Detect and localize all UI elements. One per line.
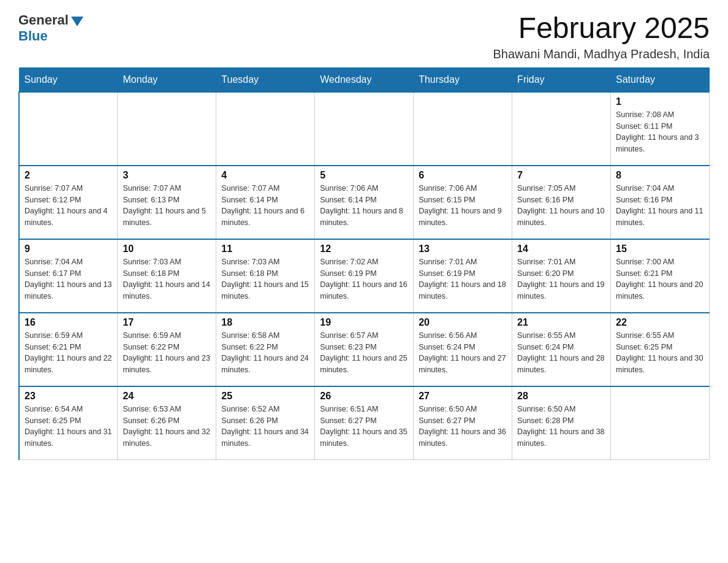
calendar-day-cell bbox=[118, 92, 216, 166]
calendar-week-row: 2Sunrise: 7:07 AM Sunset: 6:12 PM Daylig… bbox=[19, 166, 710, 239]
day-number: 12 bbox=[320, 243, 408, 255]
day-number: 8 bbox=[616, 170, 704, 181]
day-number: 27 bbox=[419, 391, 507, 402]
page-header: General Blue February 2025 Bhawani Mandi… bbox=[18, 12, 710, 61]
day-info: Sunrise: 6:55 AM Sunset: 6:24 PM Dayligh… bbox=[517, 330, 605, 376]
logo: General Blue bbox=[18, 12, 83, 44]
calendar-day-cell: 19Sunrise: 6:57 AM Sunset: 6:23 PM Dayli… bbox=[315, 313, 414, 386]
calendar-day-cell: 27Sunrise: 6:50 AM Sunset: 6:27 PM Dayli… bbox=[414, 386, 512, 460]
day-number: 20 bbox=[419, 317, 507, 328]
title-block: February 2025 Bhawani Mandi, Madhya Prad… bbox=[493, 12, 710, 61]
day-info: Sunrise: 6:57 AM Sunset: 6:23 PM Dayligh… bbox=[320, 330, 408, 376]
day-info: Sunrise: 6:51 AM Sunset: 6:27 PM Dayligh… bbox=[320, 404, 408, 450]
day-number: 28 bbox=[517, 391, 605, 402]
day-info: Sunrise: 6:59 AM Sunset: 6:21 PM Dayligh… bbox=[25, 330, 112, 376]
day-info: Sunrise: 7:08 AM Sunset: 6:11 PM Dayligh… bbox=[616, 109, 704, 155]
day-info: Sunrise: 7:04 AM Sunset: 6:16 PM Dayligh… bbox=[616, 183, 704, 229]
day-number: 7 bbox=[517, 170, 605, 181]
calendar-day-cell: 18Sunrise: 6:58 AM Sunset: 6:22 PM Dayli… bbox=[216, 313, 315, 386]
day-number: 18 bbox=[221, 317, 309, 328]
day-info: Sunrise: 6:50 AM Sunset: 6:28 PM Dayligh… bbox=[517, 404, 605, 450]
day-info: Sunrise: 7:04 AM Sunset: 6:17 PM Dayligh… bbox=[25, 256, 112, 302]
day-number: 1 bbox=[616, 96, 704, 107]
logo-general-text: General bbox=[18, 12, 69, 28]
day-number: 16 bbox=[25, 317, 112, 328]
calendar-day-cell: 6Sunrise: 7:06 AM Sunset: 6:15 PM Daylig… bbox=[414, 166, 512, 239]
day-info: Sunrise: 6:54 AM Sunset: 6:25 PM Dayligh… bbox=[25, 404, 112, 450]
calendar-day-cell: 25Sunrise: 6:52 AM Sunset: 6:26 PM Dayli… bbox=[216, 386, 315, 460]
day-number: 24 bbox=[123, 391, 211, 402]
day-number: 19 bbox=[320, 317, 408, 328]
day-number: 10 bbox=[123, 243, 211, 255]
calendar-day-cell bbox=[414, 92, 512, 166]
calendar-day-cell: 3Sunrise: 7:07 AM Sunset: 6:13 PM Daylig… bbox=[118, 166, 216, 239]
day-info: Sunrise: 7:05 AM Sunset: 6:16 PM Dayligh… bbox=[517, 183, 605, 229]
calendar-day-cell: 16Sunrise: 6:59 AM Sunset: 6:21 PM Dayli… bbox=[19, 313, 118, 386]
day-number: 11 bbox=[221, 243, 309, 255]
day-info: Sunrise: 7:06 AM Sunset: 6:15 PM Dayligh… bbox=[419, 183, 507, 229]
calendar-day-cell: 4Sunrise: 7:07 AM Sunset: 6:14 PM Daylig… bbox=[216, 166, 315, 239]
day-number: 15 bbox=[616, 243, 704, 255]
day-info: Sunrise: 7:07 AM Sunset: 6:13 PM Dayligh… bbox=[123, 183, 211, 229]
calendar-day-cell: 8Sunrise: 7:04 AM Sunset: 6:16 PM Daylig… bbox=[611, 166, 710, 239]
day-info: Sunrise: 6:56 AM Sunset: 6:24 PM Dayligh… bbox=[419, 330, 507, 376]
calendar-subtitle: Bhawani Mandi, Madhya Pradesh, India bbox=[493, 47, 710, 61]
day-number: 3 bbox=[123, 170, 211, 181]
day-number: 13 bbox=[419, 243, 507, 255]
day-info: Sunrise: 6:52 AM Sunset: 6:26 PM Dayligh… bbox=[221, 404, 309, 450]
day-info: Sunrise: 7:01 AM Sunset: 6:19 PM Dayligh… bbox=[419, 256, 507, 302]
calendar-day-cell bbox=[611, 386, 710, 460]
calendar-day-cell: 5Sunrise: 7:06 AM Sunset: 6:14 PM Daylig… bbox=[315, 166, 414, 239]
day-info: Sunrise: 6:59 AM Sunset: 6:22 PM Dayligh… bbox=[123, 330, 211, 376]
day-info: Sunrise: 6:53 AM Sunset: 6:26 PM Dayligh… bbox=[123, 404, 211, 450]
calendar-day-cell bbox=[315, 92, 414, 166]
calendar-day-cell: 28Sunrise: 6:50 AM Sunset: 6:28 PM Dayli… bbox=[512, 386, 611, 460]
day-number: 23 bbox=[25, 391, 112, 402]
calendar-day-cell: 12Sunrise: 7:02 AM Sunset: 6:19 PM Dayli… bbox=[315, 239, 414, 313]
day-header-thursday: Thursday bbox=[414, 67, 512, 92]
day-number: 5 bbox=[320, 170, 408, 181]
day-info: Sunrise: 7:07 AM Sunset: 6:14 PM Dayligh… bbox=[221, 183, 309, 229]
calendar-title: February 2025 bbox=[493, 12, 710, 45]
day-info: Sunrise: 6:58 AM Sunset: 6:22 PM Dayligh… bbox=[221, 330, 309, 376]
calendar-day-cell bbox=[216, 92, 315, 166]
calendar-header-row: SundayMondayTuesdayWednesdayThursdayFrid… bbox=[19, 67, 710, 92]
day-info: Sunrise: 7:01 AM Sunset: 6:20 PM Dayligh… bbox=[517, 256, 605, 302]
day-number: 17 bbox=[123, 317, 211, 328]
calendar-day-cell: 23Sunrise: 6:54 AM Sunset: 6:25 PM Dayli… bbox=[19, 386, 118, 460]
day-number: 4 bbox=[221, 170, 309, 181]
calendar-day-cell: 24Sunrise: 6:53 AM Sunset: 6:26 PM Dayli… bbox=[118, 386, 216, 460]
day-info: Sunrise: 6:50 AM Sunset: 6:27 PM Dayligh… bbox=[419, 404, 507, 450]
day-number: 21 bbox=[517, 317, 605, 328]
day-info: Sunrise: 7:02 AM Sunset: 6:19 PM Dayligh… bbox=[320, 256, 408, 302]
calendar-day-cell: 11Sunrise: 7:03 AM Sunset: 6:18 PM Dayli… bbox=[216, 239, 315, 313]
calendar-day-cell: 17Sunrise: 6:59 AM Sunset: 6:22 PM Dayli… bbox=[118, 313, 216, 386]
calendar-week-row: 1Sunrise: 7:08 AM Sunset: 6:11 PM Daylig… bbox=[19, 92, 710, 166]
day-info: Sunrise: 7:03 AM Sunset: 6:18 PM Dayligh… bbox=[221, 256, 309, 302]
calendar-day-cell bbox=[19, 92, 118, 166]
day-header-saturday: Saturday bbox=[611, 67, 710, 92]
day-number: 2 bbox=[25, 170, 112, 181]
day-number: 6 bbox=[419, 170, 507, 181]
day-info: Sunrise: 7:00 AM Sunset: 6:21 PM Dayligh… bbox=[616, 256, 704, 302]
calendar-day-cell: 21Sunrise: 6:55 AM Sunset: 6:24 PM Dayli… bbox=[512, 313, 611, 386]
day-header-monday: Monday bbox=[118, 67, 216, 92]
calendar-day-cell: 2Sunrise: 7:07 AM Sunset: 6:12 PM Daylig… bbox=[19, 166, 118, 239]
day-number: 26 bbox=[320, 391, 408, 402]
calendar-week-row: 23Sunrise: 6:54 AM Sunset: 6:25 PM Dayli… bbox=[19, 386, 710, 460]
calendar-week-row: 16Sunrise: 6:59 AM Sunset: 6:21 PM Dayli… bbox=[19, 313, 710, 386]
calendar-day-cell bbox=[512, 92, 611, 166]
calendar-week-row: 9Sunrise: 7:04 AM Sunset: 6:17 PM Daylig… bbox=[19, 239, 710, 313]
calendar-day-cell: 15Sunrise: 7:00 AM Sunset: 6:21 PM Dayli… bbox=[611, 239, 710, 313]
day-header-tuesday: Tuesday bbox=[216, 67, 315, 92]
day-header-sunday: Sunday bbox=[19, 67, 118, 92]
day-number: 25 bbox=[221, 391, 309, 402]
day-info: Sunrise: 6:55 AM Sunset: 6:25 PM Dayligh… bbox=[616, 330, 704, 376]
calendar-day-cell: 7Sunrise: 7:05 AM Sunset: 6:16 PM Daylig… bbox=[512, 166, 611, 239]
calendar-day-cell: 10Sunrise: 7:03 AM Sunset: 6:18 PM Dayli… bbox=[118, 239, 216, 313]
calendar-day-cell: 9Sunrise: 7:04 AM Sunset: 6:17 PM Daylig… bbox=[19, 239, 118, 313]
calendar-day-cell: 1Sunrise: 7:08 AM Sunset: 6:11 PM Daylig… bbox=[611, 92, 710, 166]
day-number: 22 bbox=[616, 317, 704, 328]
day-header-wednesday: Wednesday bbox=[315, 67, 414, 92]
logo-triangle-icon bbox=[71, 17, 83, 26]
